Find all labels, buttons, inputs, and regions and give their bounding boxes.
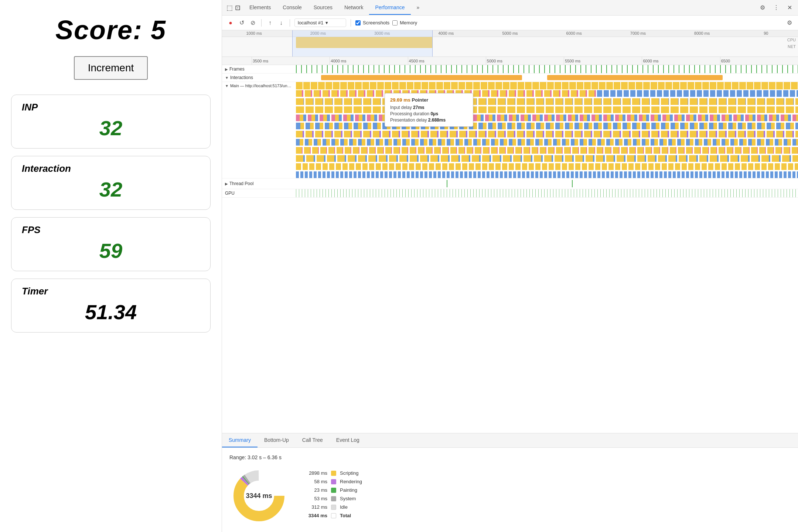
tab-network[interactable]: Network xyxy=(338,1,369,15)
toolbar-divider-3 xyxy=(351,19,351,27)
tab-bottom-up[interactable]: Bottom-Up xyxy=(258,433,296,447)
timer-label: Timer xyxy=(22,286,200,297)
inp-card: INP 32 xyxy=(11,95,211,149)
threadpool-track: ▶ Thread Pool xyxy=(222,178,798,189)
interaction-value: 32 xyxy=(22,177,200,201)
legend-total: 3344 ms Total xyxy=(303,513,362,518)
legend-idle: 312 ms Idle xyxy=(303,504,362,510)
url-selector[interactable]: localhost #1 ▾ xyxy=(294,18,346,27)
clear-icon[interactable]: ⊘ xyxy=(249,19,257,27)
legend-scripting-ms: 2898 ms xyxy=(303,470,327,476)
legend-rendering-ms: 58 ms xyxy=(303,479,327,484)
tab-summary[interactable]: Summary xyxy=(222,433,258,447)
gpu-track: GPU xyxy=(222,189,798,198)
main-track-content: 29.69 ms Pointer Input delay 27ms Proces… xyxy=(296,82,798,178)
devtools-select-icon[interactable]: ⬚ xyxy=(226,4,233,12)
interaction-bar-2[interactable] xyxy=(547,75,723,80)
tooltip-title: 29.69 ms Pointer xyxy=(390,97,468,103)
detail-ruler: 3500 ms 4000 ms 4500 ms 5000 ms 5500 ms … xyxy=(222,57,798,65)
capture-settings-icon[interactable]: ⚙ xyxy=(785,19,794,27)
refresh-record-icon[interactable]: ↺ xyxy=(238,19,246,27)
main-collapse-icon[interactable]: ▼ xyxy=(225,84,229,88)
timeline-overview[interactable]: 1000 ms 2000 ms 3000 ms 4000 ms 5000 ms … xyxy=(222,30,798,57)
interactions-track-label[interactable]: ▼ Interactions xyxy=(222,74,296,81)
settings-icon[interactable]: ⚙ xyxy=(758,3,767,13)
interaction-label: Interaction xyxy=(22,163,200,174)
gpu-bars xyxy=(296,189,798,197)
tab-console[interactable]: Console xyxy=(277,1,307,15)
donut-chart: 3344 ms xyxy=(229,466,289,525)
timeline-detail[interactable]: 3500 ms 4000 ms 4500 ms 5000 ms 5500 ms … xyxy=(222,57,798,433)
main-track: ▼ Main — http://localhost:5173/under… xyxy=(222,82,798,178)
threadpool-track-label[interactable]: ▶ Thread Pool xyxy=(222,180,296,187)
legend-painting-ms: 23 ms xyxy=(303,487,327,493)
performance-tooltip: 29.69 ms Pointer Input delay 27ms Proces… xyxy=(385,93,473,127)
devtools-tab-bar: ⬚ ⊡ Elements Console Sources Network Per… xyxy=(222,0,798,16)
screenshots-checkbox[interactable] xyxy=(355,20,361,25)
legend-total-name: Total xyxy=(340,513,351,518)
legend-rendering-color xyxy=(331,479,336,484)
inp-label: INP xyxy=(22,102,200,113)
legend-system-ms: 53 ms xyxy=(303,496,327,501)
toolbar-divider-2 xyxy=(290,19,290,27)
threadpool-track-content xyxy=(296,178,798,189)
tab-more[interactable]: » xyxy=(411,1,426,15)
gpu-track-content xyxy=(296,189,798,197)
legend-scripting-color xyxy=(331,471,336,476)
tab-elements[interactable]: Elements xyxy=(243,1,277,15)
interactions-track: ▼ Interactions xyxy=(222,74,798,82)
tab-event-log[interactable]: Event Log xyxy=(330,433,366,447)
left-panel: Score: 5 Increment INP 32 Interaction 32… xyxy=(0,0,222,532)
summary-panel: Range: 3.02 s – 6.36 s xyxy=(222,448,798,532)
memory-checkbox[interactable] xyxy=(392,20,398,25)
tab-call-tree[interactable]: Call Tree xyxy=(296,433,330,447)
fps-label: FPS xyxy=(22,224,200,236)
download-icon[interactable]: ↓ xyxy=(277,19,285,27)
interactions-track-content xyxy=(296,74,798,82)
legend-painting: 23 ms Painting xyxy=(303,487,362,493)
net-label: NET xyxy=(788,44,796,49)
gpu-track-label: GPU xyxy=(222,190,296,197)
interactions-collapse-icon[interactable]: ▼ xyxy=(225,76,229,80)
frames-track-content xyxy=(296,65,798,73)
legend-rendering-name: Rendering xyxy=(340,479,362,484)
frames-track-label[interactable]: ▶ Frames xyxy=(222,65,296,73)
frames-collapse-icon[interactable]: ▶ xyxy=(225,67,228,71)
tooltip-input-delay: Input delay 27ms xyxy=(390,105,468,110)
score-display: Score: 5 xyxy=(55,15,166,45)
tooltip-presentation: Presentation delay 2.688ms xyxy=(390,117,468,123)
threadpool-collapse-icon[interactable]: ▶ xyxy=(225,182,228,186)
record-icon[interactable]: ● xyxy=(226,19,235,27)
legend-total-color xyxy=(331,513,336,518)
frames-track: ▶ Frames xyxy=(222,65,798,74)
legend-table: 2898 ms Scripting 58 ms Rendering 23 ms … xyxy=(303,470,362,521)
tooltip-processing: Processing duration 0μs xyxy=(390,111,468,116)
interaction-card: Interaction 32 xyxy=(11,156,211,210)
main-track-label-text: Main — http://localhost:5173/under… xyxy=(230,83,293,88)
bottom-tabs: Summary Bottom-Up Call Tree Event Log xyxy=(222,433,798,448)
fps-card: FPS 59 xyxy=(11,217,211,271)
tab-performance[interactable]: Performance xyxy=(369,1,410,15)
legend-system-name: System xyxy=(340,496,356,501)
more-options-icon[interactable]: ⋮ xyxy=(772,3,781,13)
tab-sources[interactable]: Sources xyxy=(308,1,338,15)
timeline-selection[interactable] xyxy=(292,30,433,57)
legend-system-color xyxy=(331,496,336,501)
legend-idle-name: Idle xyxy=(340,504,348,510)
summary-content: 3344 ms 2898 ms Scripting 58 ms Renderin… xyxy=(229,466,791,525)
timer-value: 51.34 xyxy=(22,300,200,324)
main-track-label[interactable]: ▼ Main — http://localhost:5173/under… xyxy=(222,82,296,89)
increment-button[interactable]: Increment xyxy=(74,56,148,80)
devtools-toolbar: ● ↺ ⊘ ↑ ↓ localhost #1 ▾ Screenshots Mem… xyxy=(222,16,798,30)
legend-painting-name: Painting xyxy=(340,487,357,493)
interaction-bar-1[interactable] xyxy=(321,75,522,80)
legend-system: 53 ms System xyxy=(303,496,362,501)
devtools-inspect-icon[interactable]: ⊡ xyxy=(235,4,241,12)
memory-group: Memory xyxy=(392,20,417,25)
legend-rendering: 58 ms Rendering xyxy=(303,479,362,484)
close-icon[interactable]: ✕ xyxy=(786,3,794,13)
legend-idle-color xyxy=(331,505,336,510)
legend-idle-ms: 312 ms xyxy=(303,504,327,510)
toolbar-divider xyxy=(261,19,262,27)
upload-icon[interactable]: ↑ xyxy=(266,19,274,27)
